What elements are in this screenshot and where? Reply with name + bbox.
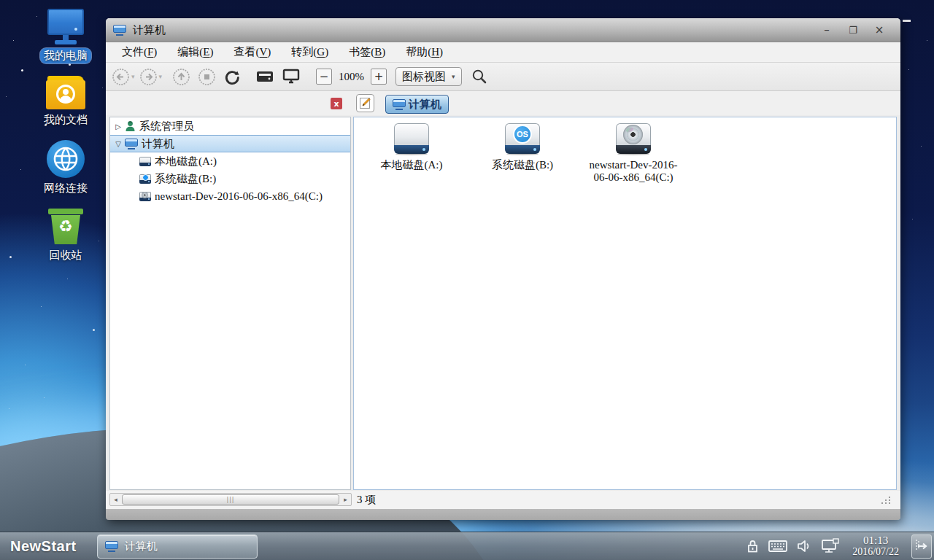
desktop-location-button[interactable] [281,66,301,88]
tree-collapsed-icon[interactable]: ▷ [113,122,123,131]
view-mode-value: 图标视图 [402,70,446,84]
titlebar[interactable]: 计算机 – ❐ × [106,18,900,42]
tree-item-label: 计算机 [142,137,174,151]
cdrom-icon [616,123,651,155]
menu-file[interactable]: 文件(F) [115,43,164,61]
desktop-icon-column: 我的电脑 我的文档 网络连接 ♻ 回收站 [32,9,99,276]
refresh-button[interactable] [223,66,242,88]
desktop-icon-label: 网络连接 [40,181,91,196]
file-manager-window: 计算机 – ❐ × 文件(F) 编辑(E) 查看(V) 转到(G) 书签(B) … [106,18,900,520]
search-button[interactable] [471,66,488,88]
sidebar-tree: ▷ 系统管理员 ▽ 计算机 本地磁盘(A:) 系统磁盘(B:) [109,117,351,490]
file-disk-c[interactable]: newstart-Dev-2016-06-06-x86_64(C:) [578,123,689,184]
window-title: 计算机 [133,23,166,37]
desktop: 我的电脑 我的文档 网络连接 ♻ 回收站 [0,0,934,560]
back-button[interactable] [112,66,130,88]
computer-icon [125,139,138,149]
forward-history-caret-icon[interactable]: ▾ [159,73,163,80]
file-disk-a[interactable]: 本地磁盘(A:) [356,123,467,184]
clock-time: 01:13 [852,535,899,546]
recycle-symbol-icon: ♻ [48,217,83,236]
system-disk-icon: OS [505,123,540,155]
tree-item-disk-b[interactable]: 系统磁盘(B:) [110,170,350,187]
forward-button[interactable] [139,66,158,88]
desktop-icon-label: 回收站 [46,248,86,263]
taskbar: NewStart 计算机 [0,532,934,560]
tree-item-admin[interactable]: ▷ 系统管理员 [110,117,350,135]
lock-icon[interactable] [746,539,759,553]
item-count: 3 项 [357,493,376,507]
edit-location-button[interactable] [356,94,374,112]
my-documents-icon [46,76,85,109]
minimize-button[interactable]: – [819,23,835,37]
clock[interactable]: 01:13 2016/07/22 [852,535,899,557]
tab-label: 计算机 [409,98,441,112]
menu-view[interactable]: 查看(V) [227,43,279,61]
up-button[interactable] [172,66,190,88]
taskbar-task-computer[interactable]: 计算机 [97,534,258,559]
tree-expanded-icon[interactable]: ▽ [113,140,123,148]
scrollbar-thumb[interactable]: ||| [122,494,339,505]
system-tray: 01:13 2016/07/22 [746,534,934,559]
back-history-caret-icon[interactable]: ▾ [131,73,135,80]
task-computer-icon [105,541,118,552]
recycle-bin-icon: ♻ [48,209,83,245]
scroll-right-icon[interactable]: ▸ [340,494,351,505]
close-button[interactable]: × [871,23,887,37]
wallpaper-stars [0,0,1,1]
network-globe-icon [47,140,85,178]
menubar: 文件(F) 编辑(E) 查看(V) 转到(G) 书签(B) 帮助(H) [106,42,900,63]
tree-item-computer[interactable]: ▽ 计算机 [110,135,350,152]
chevron-down-icon: ▾ [452,73,455,80]
window-computer-icon [113,25,126,36]
tree-item-label: 本地磁盘(A:) [155,155,217,168]
menu-go[interactable]: 转到(G) [284,43,336,61]
os-badge: OS [513,125,532,144]
desktop-icon-my-documents[interactable]: 我的文档 [40,76,91,128]
computer-location-button[interactable] [255,66,275,88]
system-disk-icon [139,174,151,184]
scrollbar-grip-icon: ||| [226,497,234,503]
tab-bar: x 计算机 [106,91,900,115]
corner-widget [903,20,911,22]
close-sidebar-button[interactable]: x [331,98,342,109]
view-mode-select[interactable]: 图标视图 ▾ [395,67,462,86]
maximize-button[interactable]: ❐ [845,23,861,37]
file-disk-b[interactable]: OS 系统磁盘(B:) [467,123,578,184]
tree-item-label: newstart-Dev-2016-06-06-x86_64(C:) [155,190,323,203]
tree-item-label: 系统管理员 [139,120,194,133]
stop-button[interactable] [198,66,216,88]
toolbar: ▾ ▾ − 100% + 图标视图 [106,63,900,91]
show-desktop-button[interactable] [911,534,932,559]
tab-computer[interactable]: 计算机 [385,95,449,114]
desktop-icon-my-computer[interactable]: 我的电脑 [40,9,91,63]
sidebar-horizontal-scrollbar[interactable]: ◂ ||| ▸ [109,493,352,506]
tree-item-disk-c[interactable]: newstart-Dev-2016-06-06-x86_64(C:) [110,187,350,205]
zoom-out-button[interactable]: − [316,69,332,85]
disk-icon [394,123,429,155]
keyboard-icon[interactable] [768,540,787,553]
clock-date: 2016/07/22 [852,546,899,557]
window-controls: – ❐ × [819,23,893,37]
scroll-left-icon[interactable]: ◂ [110,494,121,505]
pencil-icon [359,97,371,109]
show-desktop-icon [915,538,928,554]
disk-icon [139,157,151,166]
volume-icon[interactable] [797,539,811,553]
tab-computer-icon [393,99,406,110]
window-resize-grip[interactable] [880,497,890,504]
menu-help[interactable]: 帮助(H) [398,43,450,61]
file-view[interactable]: 本地磁盘(A:) OS 系统磁盘(B:) newstart-Dev-2016-0… [353,117,897,490]
desktop-icon-recycle-bin[interactable]: ♻ 回收站 [46,209,86,263]
zoom-in-button[interactable]: + [371,69,387,85]
start-menu-logo[interactable]: NewStart [10,538,77,555]
menu-edit[interactable]: 编辑(E) [170,43,220,61]
my-computer-icon [45,9,86,45]
menu-bookmarks[interactable]: 书签(B) [341,43,393,61]
file-grid: 本地磁盘(A:) OS 系统磁盘(B:) newstart-Dev-2016-0… [354,117,896,184]
desktop-icon-network[interactable]: 网络连接 [40,140,91,196]
network-status-icon[interactable] [821,538,840,554]
zoom-level: 100% [339,71,364,83]
tree-item-disk-a[interactable]: 本地磁盘(A:) [110,152,350,170]
task-label: 计算机 [125,540,158,553]
